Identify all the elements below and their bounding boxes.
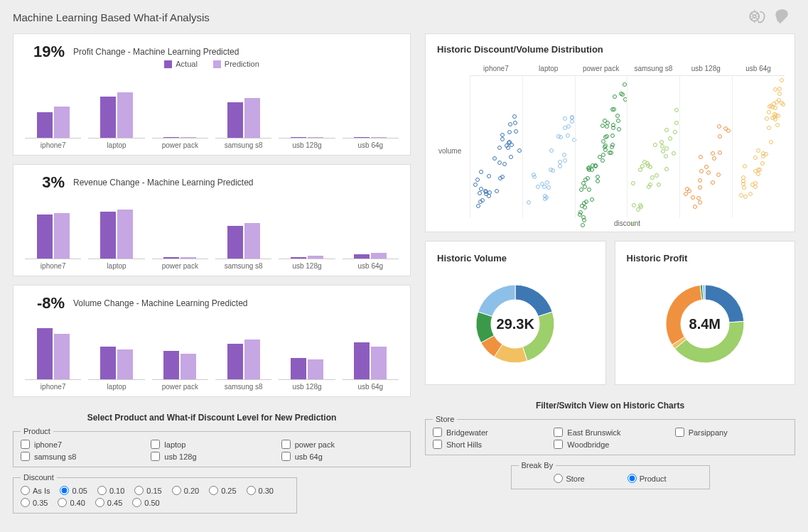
left-filters: Select Product and What-if Discount Leve… — [13, 406, 411, 519]
store-legend: Store — [433, 415, 457, 423]
historic-profit-center: 8.4M — [689, 316, 721, 332]
discount-radio[interactable]: As Is — [21, 486, 50, 495]
right-filters: Filter/Switch View on Historic Charts St… — [425, 393, 795, 489]
product-checkbox[interactable]: laptop — [151, 440, 272, 449]
store-checkbox[interactable]: Short Hills — [433, 440, 545, 449]
discount-radio[interactable]: 0.50 — [132, 498, 159, 507]
historic-volume-center: 29.3K — [497, 316, 534, 332]
store-fieldset: Store Bridgewater East Brunswick Parsipp… — [425, 415, 795, 455]
brain-gear-icon[interactable] — [748, 7, 767, 28]
breakby-fieldset: Break By Store Product — [511, 461, 710, 489]
historic-profit-title: Historic Profit — [627, 253, 788, 264]
discount-radio[interactable]: 0.40 — [58, 498, 85, 507]
breakby-radio[interactable]: Product — [627, 474, 667, 483]
revenue-chart-card: 3% Revenue Change - Machine Learning Pre… — [13, 164, 411, 276]
profit-value: 19% — [31, 43, 65, 61]
header-icons — [748, 7, 795, 28]
discount-radio[interactable]: 0.35 — [21, 498, 48, 507]
left-filter-heading: Select Product and What-if Discount Leve… — [13, 413, 411, 423]
volume-label: Volume Change - Machine Learning Predict… — [73, 298, 247, 308]
brain-icon[interactable] — [772, 7, 791, 28]
scatter-xlabel: discount — [467, 219, 787, 227]
discount-radio[interactable]: 0.45 — [95, 498, 122, 507]
historic-volume-title: Historic Volume — [437, 253, 598, 264]
discount-radio[interactable]: 0.05 — [60, 486, 87, 495]
profit-label: Profit Change - Machine Learning Predict… — [73, 47, 239, 57]
volume-value: -8% — [31, 294, 65, 313]
store-checkbox[interactable]: Parsippany — [675, 428, 787, 437]
product-checkbox[interactable]: usb 128g — [151, 452, 272, 461]
discount-radio[interactable]: 0.30 — [247, 486, 274, 495]
breakby-radio[interactable]: Store — [554, 474, 584, 483]
historic-volume-card: Historic Volume 29.3K — [425, 241, 606, 385]
page-title: Machine Learning Based What-if Analysis — [13, 11, 210, 23]
svg-point-1 — [753, 15, 756, 18]
revenue-label: Revenue Change - Machine Learning Predic… — [73, 178, 254, 188]
profit-chart-card: 19% Profit Change - Machine Learning Pre… — [13, 33, 411, 156]
product-checkbox[interactable]: power pack — [281, 440, 403, 449]
discount-fieldset: Discount As Is 0.05 0.10 0.15 0.20 0.25 … — [13, 473, 297, 514]
volume-chart-card: -8% Volume Change - Machine Learning Pre… — [13, 285, 411, 397]
discount-radio[interactable]: 0.15 — [134, 486, 161, 495]
scatter-ylabel: volume — [438, 147, 461, 155]
revenue-value: 3% — [31, 173, 65, 192]
right-filter-heading: Filter/Switch View on Historic Charts — [425, 401, 795, 411]
product-checkbox[interactable]: iphone7 — [21, 440, 142, 449]
discount-legend: Discount — [21, 473, 57, 482]
store-checkbox[interactable]: Woodbridge — [554, 440, 666, 449]
store-checkbox[interactable]: East Brunswick — [554, 428, 666, 437]
scatter-card: Historic Discount/Volume Distribution ip… — [425, 33, 795, 232]
discount-radio[interactable]: 0.25 — [209, 486, 236, 495]
historic-profit-card: Historic Profit 8.4M — [615, 241, 796, 385]
discount-radio[interactable]: 0.20 — [172, 486, 199, 495]
discount-radio[interactable]: 0.10 — [97, 486, 124, 495]
scatter-title: Historic Discount/Volume Distribution — [437, 44, 787, 55]
product-checkbox[interactable]: usb 64g — [281, 452, 403, 461]
store-checkbox[interactable]: Bridgewater — [433, 428, 545, 437]
breakby-legend: Break By — [519, 461, 556, 469]
product-legend: Product — [21, 427, 53, 435]
product-fieldset: Product iphone7 laptop power pack samsun… — [13, 427, 411, 467]
product-checkbox[interactable]: samsung s8 — [21, 452, 142, 461]
legend: Actual Prediction — [21, 60, 403, 68]
